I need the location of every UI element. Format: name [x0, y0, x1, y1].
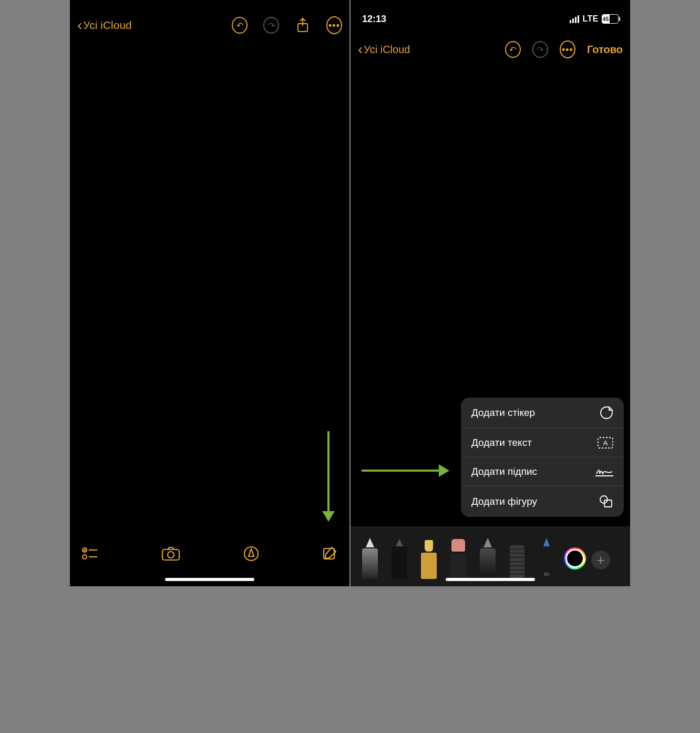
more-icon: ••• — [326, 16, 342, 34]
shape-icon — [599, 495, 613, 508]
add-menu-popup: Додати стікер Додати текст A Додати підп… — [461, 398, 624, 517]
svg-point-3 — [83, 555, 87, 559]
menu-add-shape[interactable]: Додати фігуру — [461, 486, 624, 517]
checklist-button[interactable] — [81, 546, 98, 563]
signature-icon: × — [595, 466, 613, 477]
redo-button[interactable]: ↷ — [532, 42, 548, 57]
back-button[interactable]: ‹ Усі iCloud — [358, 42, 410, 57]
undo-button[interactable]: ↶ — [232, 17, 248, 33]
tool-eraser[interactable] — [446, 538, 470, 579]
battery-level: 45 — [602, 15, 610, 23]
color-wheel-icon — [565, 549, 584, 568]
menu-label: Додати підпис — [471, 466, 537, 477]
menu-label: Додати текст — [471, 437, 532, 449]
more-button[interactable]: ••• — [560, 42, 575, 57]
status-time: 12:13 — [362, 14, 386, 25]
markup-icon — [243, 546, 259, 562]
right-top-bar: ‹ Усі iCloud ↶ ↷ ••• Готово — [351, 30, 630, 64]
redo-icon: ↷ — [532, 41, 548, 58]
camera-button[interactable] — [161, 546, 180, 563]
annotation-arrow-right — [362, 470, 448, 472]
status-bar: 12:13 LTE 45 — [351, 0, 630, 30]
left-top-bar: ‹ Усі iCloud ↶ ↷ ••• — [70, 0, 349, 41]
undo-icon: ↶ — [505, 41, 521, 58]
tool-ruler[interactable] — [505, 538, 529, 579]
back-label: Усі iCloud — [83, 19, 131, 32]
signal-icon — [570, 15, 579, 23]
svg-point-6 — [168, 552, 174, 558]
chevron-left-icon: ‹ — [358, 42, 363, 57]
markup-button[interactable] — [243, 546, 259, 564]
back-button[interactable]: ‹ Усі iCloud — [77, 18, 132, 33]
tool-pen[interactable] — [358, 538, 382, 579]
battery-icon: 45 — [602, 14, 619, 24]
sticker-icon — [600, 406, 613, 420]
svg-text:A: A — [603, 439, 608, 447]
more-button[interactable]: ••• — [326, 17, 342, 33]
right-screenshot: 12:13 LTE 45 ‹ Усі iCloud ↶ ↷ — [351, 0, 630, 586]
back-label: Усі iCloud — [364, 44, 410, 56]
home-indicator[interactable] — [165, 578, 254, 581]
tool-highlighter[interactable] — [417, 538, 441, 579]
undo-icon: ↶ — [232, 17, 248, 34]
done-button[interactable]: Готово — [587, 44, 623, 56]
compose-button[interactable] — [322, 546, 338, 564]
more-icon: ••• — [560, 40, 575, 58]
home-indicator[interactable] — [446, 578, 535, 581]
tool-marker[interactable] — [387, 538, 411, 579]
share-button[interactable] — [295, 17, 311, 33]
tool-blue-pen[interactable] — [534, 538, 559, 579]
left-screenshot: ‹ Усі iCloud ↶ ↷ ••• — [70, 0, 349, 586]
network-label: LTE — [582, 14, 599, 24]
textbox-icon: A — [598, 437, 613, 449]
checklist-icon — [81, 546, 98, 561]
svg-text:×: × — [598, 468, 600, 473]
tool-pencil[interactable] — [476, 538, 500, 579]
redo-button[interactable]: ↷ — [263, 17, 279, 33]
add-button[interactable]: + — [591, 551, 610, 569]
share-icon — [296, 17, 309, 33]
svg-point-13 — [600, 496, 608, 503]
menu-label: Додати фігуру — [471, 496, 537, 507]
menu-add-signature[interactable]: Додати підпис × — [461, 457, 624, 486]
color-picker[interactable] — [564, 547, 586, 569]
camera-icon — [161, 546, 180, 561]
compose-icon — [322, 546, 338, 562]
menu-add-text[interactable]: Додати текст A — [461, 429, 624, 457]
drawing-toolbar: + — [351, 526, 630, 586]
note-canvas[interactable] — [70, 41, 349, 534]
redo-icon: ↷ — [263, 17, 279, 34]
svg-rect-14 — [604, 500, 612, 507]
chevron-left-icon: ‹ — [77, 18, 82, 33]
menu-add-sticker[interactable]: Додати стікер — [461, 398, 624, 429]
menu-label: Додати стікер — [471, 407, 535, 419]
undo-button[interactable]: ↶ — [505, 42, 521, 57]
annotation-arrow-down — [327, 431, 330, 521]
